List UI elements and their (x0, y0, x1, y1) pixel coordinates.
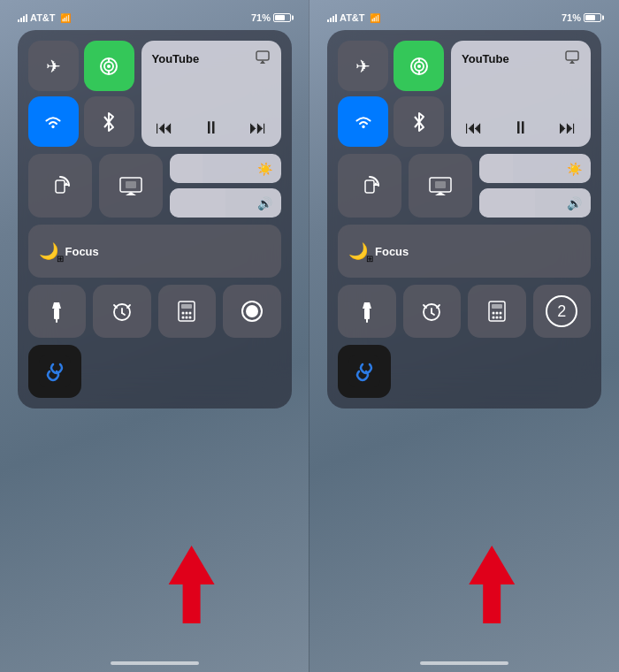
cellular-btn-right[interactable] (394, 41, 444, 91)
arrow-shaft-right (483, 584, 501, 623)
svg-point-32 (362, 126, 364, 128)
volume-icon-right: 🔊 (567, 196, 582, 210)
alarm-btn-right[interactable] (403, 285, 462, 338)
rotation-btn-left[interactable] (28, 154, 92, 218)
battery-right (584, 13, 601, 22)
media-title-left: YouTube (152, 52, 200, 65)
screen-record-btn-left[interactable] (223, 285, 281, 338)
wifi-status-right: 📶 (370, 13, 380, 23)
focus-icons-left: 🌙 ⊞ (39, 241, 58, 261)
focus-btn-left[interactable]: 🌙 ⊞ Focus (28, 225, 281, 278)
svg-rect-9 (126, 181, 136, 188)
wifi-status-left: 📶 (60, 13, 71, 23)
bluetooth-btn-right[interactable] (394, 96, 444, 147)
arrow-shaft-left (182, 584, 200, 623)
status-bar-right: AT&T 📶 71% (317, 7, 612, 27)
next-btn-right[interactable]: ⏭ (559, 118, 577, 138)
bar1 (18, 19, 19, 22)
flashlight-btn-right[interactable] (338, 285, 396, 338)
media-title-right: YouTube (462, 52, 509, 65)
record-inner-left (246, 305, 258, 317)
rbar2 (330, 18, 332, 22)
svg-rect-33 (566, 51, 578, 60)
airplane-icon-right: ✈ (355, 56, 371, 77)
battery-icon-left (273, 13, 291, 22)
svg-point-29 (417, 65, 421, 68)
focus-moon-left: 🌙 (39, 241, 58, 261)
svg-marker-11 (52, 302, 61, 309)
prev-btn-right[interactable]: ⏮ (465, 118, 483, 138)
shazam-icon-right (348, 355, 380, 387)
rotation-btn-right[interactable] (338, 154, 401, 218)
svg-point-5 (52, 126, 55, 128)
next-btn-left[interactable]: ⏭ (249, 118, 267, 138)
svg-rect-6 (256, 51, 269, 60)
wifi-btn-right[interactable] (338, 96, 388, 147)
alarm-icon-left (111, 300, 134, 323)
svg-rect-36 (435, 181, 446, 188)
volume-slider-right[interactable]: 🔊 (479, 188, 591, 218)
control-center-right: ✈ (327, 30, 601, 409)
volume-slider-left[interactable]: 🔊 (170, 188, 281, 218)
focus-label-left: Focus (65, 245, 99, 258)
record-icon-left (241, 301, 263, 322)
wifi-btn-left[interactable] (28, 96, 79, 147)
pause-btn-left[interactable]: ⏸ (203, 118, 220, 138)
flashlight-btn-left[interactable] (28, 285, 87, 338)
shazam-btn-right[interactable] (338, 345, 391, 398)
mirror-btn-left[interactable] (99, 154, 163, 218)
brightness-slider-right[interactable]: ☀️ (479, 154, 591, 183)
svg-point-47 (492, 312, 494, 315)
airplane-btn-left[interactable]: ✈ (28, 41, 79, 91)
mirror-btn-right[interactable] (409, 154, 472, 218)
brightness-fill-right (479, 154, 513, 183)
calculator-icon-right (487, 300, 507, 323)
home-indicator-right (420, 661, 508, 665)
focus-btn-right[interactable]: 🌙 ⊞ Focus (338, 225, 591, 278)
alarm-btn-left[interactable] (93, 285, 151, 338)
bluetooth-icon-right (412, 111, 426, 133)
bluetooth-btn-left[interactable] (84, 96, 134, 147)
media-player-left: YouTube ⏮ ⏸ ⏭ (141, 41, 281, 147)
number-badge-btn-right[interactable]: 2 (533, 285, 592, 338)
shazam-btn-left[interactable] (28, 345, 81, 398)
svg-rect-37 (364, 309, 370, 319)
media-top-left: YouTube (152, 50, 271, 68)
arrow-left (168, 546, 214, 623)
svg-rect-10 (54, 309, 59, 319)
cellular-btn-left[interactable] (84, 41, 134, 91)
arrow-head-left (168, 546, 214, 584)
svg-rect-7 (56, 180, 65, 193)
wifi-icon-left (43, 114, 63, 130)
calculator-btn-right[interactable] (468, 285, 526, 338)
media-top-right: YouTube (462, 50, 580, 68)
brightness-icon-right: ☀️ (567, 162, 582, 176)
brightness-slider-left[interactable]: ☀️ (170, 154, 281, 183)
flashlight-icon-right (356, 300, 378, 323)
calculator-btn-left[interactable] (158, 285, 217, 338)
battery-left (273, 13, 291, 22)
focus-small-icon-left: ⊞ (57, 254, 64, 263)
arrow-right (469, 546, 515, 623)
rbar1 (327, 19, 329, 22)
rbar3 (332, 16, 334, 22)
focus-label-right: Focus (375, 245, 409, 258)
arrow-head-right (469, 546, 515, 584)
pause-btn-right[interactable]: ⏸ (512, 118, 530, 138)
battery-icon-right (584, 13, 601, 22)
shazam-icon-left (39, 355, 71, 387)
svg-rect-53 (348, 355, 380, 387)
flashlight-icon-left (46, 300, 67, 323)
bar4 (26, 14, 27, 22)
airplay-icon-right[interactable] (564, 50, 580, 68)
svg-line-16 (114, 305, 117, 308)
media-controls-right: ⏮ ⏸ ⏭ (462, 118, 580, 138)
battery-fill-left (275, 15, 285, 20)
svg-line-15 (122, 313, 125, 315)
screenshots-container: AT&T 📶 71% ✈ (0, 0, 619, 672)
focus-icons-right: 🌙 ⊞ (348, 241, 368, 261)
airplane-btn-right[interactable]: ✈ (338, 41, 388, 91)
airplay-icon-left[interactable] (255, 50, 271, 68)
brightness-icon-left: ☀️ (257, 162, 272, 176)
prev-btn-left[interactable]: ⏮ (156, 118, 173, 138)
